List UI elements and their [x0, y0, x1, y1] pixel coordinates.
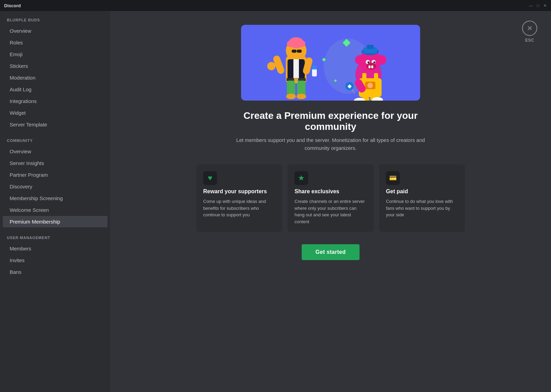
svg-rect-21 [312, 69, 317, 76]
sidebar-item-partner-program[interactable]: Partner Program [3, 169, 107, 180]
svg-text:◆: ◆ [342, 37, 351, 48]
svg-rect-41 [362, 73, 366, 80]
sidebar-item-bans[interactable]: Bans [3, 266, 107, 278]
sidebar-item-server-insights[interactable]: Server Insights [3, 157, 107, 169]
sidebar-item-members[interactable]: Members [3, 243, 107, 254]
get-paid-desc: Continue to do what you love with fans w… [386, 198, 458, 218]
hero-subtitle: Let members support you and the server. … [231, 136, 430, 152]
user-management-section-label: USER MANAGEMENT [0, 236, 110, 243]
close-button-container[interactable]: ✕ ESC [522, 21, 537, 43]
sidebar-item-emoji[interactable]: Emoji [3, 49, 107, 60]
svg-rect-11 [293, 59, 299, 80]
svg-rect-22 [312, 65, 316, 70]
svg-point-17 [297, 94, 306, 99]
titlebar: Discord — □ ✕ [0, 0, 551, 11]
svg-point-38 [355, 55, 365, 65]
svg-point-19 [267, 62, 276, 70]
svg-rect-42 [374, 73, 378, 80]
sidebar: BLURPLE BUDS Overview Roles Emoji Sticke… [0, 11, 110, 392]
close-button[interactable]: ✕ [522, 21, 537, 36]
feature-card-reward: ♥ Reward your supporters Come up with un… [196, 164, 282, 232]
sidebar-section-user-management: USER MANAGEMENT Members Invites Bans [0, 236, 110, 278]
svg-point-39 [377, 55, 386, 65]
sidebar-item-discovery[interactable]: Discovery [3, 181, 107, 192]
svg-rect-36 [368, 65, 371, 68]
svg-point-44 [367, 83, 373, 88]
sidebar-item-server-template[interactable]: Server Template [3, 119, 107, 130]
get-started-button[interactable]: Get started [302, 244, 360, 260]
sidebar-item-audit-log[interactable]: Audit Log [3, 84, 107, 95]
get-paid-title: Get paid [386, 188, 458, 195]
sidebar-item-moderation[interactable]: Moderation [3, 72, 107, 83]
reward-icon: ♥ [203, 171, 217, 185]
sidebar-item-premium-membership[interactable]: Premium Membership [3, 216, 107, 227]
feature-card-get-paid: 💳 Get paid Continue to do what you love … [379, 164, 465, 232]
minimize-button[interactable]: — [529, 3, 533, 8]
exclusives-desc: Create channels or an entire server wher… [294, 198, 366, 225]
sidebar-item-roles[interactable]: Roles [3, 37, 107, 48]
hero-image: ◆ ◆ ◆ [241, 25, 420, 101]
svg-rect-8 [297, 50, 302, 53]
feature-card-exclusives: ★ Share exclusives Create channels or an… [288, 164, 373, 232]
sidebar-item-welcome-screen[interactable]: Welcome Screen [3, 204, 107, 216]
sidebar-section-server: BLURPLE BUDS Overview Roles Emoji Sticke… [0, 18, 110, 130]
sidebar-item-integrations[interactable]: Integrations [3, 95, 107, 107]
main-content: ✕ ESC [110, 11, 551, 392]
sidebar-item-overview-1[interactable]: Overview [3, 25, 107, 37]
sidebar-item-membership-screening[interactable]: Membership Screening [3, 193, 107, 204]
svg-text:◆: ◆ [322, 56, 326, 62]
sidebar-item-invites[interactable]: Invites [3, 255, 107, 266]
svg-point-34 [373, 61, 375, 63]
svg-rect-13 [294, 78, 298, 81]
svg-rect-30 [367, 45, 374, 49]
hero-illustration: ◆ ◆ ◆ [241, 25, 420, 101]
esc-label: ESC [525, 38, 534, 43]
svg-point-6 [297, 40, 305, 47]
hero-title: Create a Premium experience for your com… [227, 110, 434, 132]
maximize-button[interactable]: □ [536, 3, 540, 8]
reward-title: Reward your supporters [203, 188, 275, 195]
sidebar-item-widget[interactable]: Widget [3, 107, 107, 118]
svg-text:◆: ◆ [347, 83, 352, 89]
get-paid-icon: 💳 [386, 171, 400, 185]
reward-desc: Come up with unique ideas and benefits f… [203, 198, 275, 218]
svg-text:◆: ◆ [334, 79, 337, 82]
server-name-label: BLURPLE BUDS [0, 18, 110, 25]
svg-point-5 [287, 40, 295, 47]
close-window-button[interactable]: ✕ [543, 3, 547, 8]
community-section-label: COMMUNITY [0, 138, 110, 145]
sidebar-item-community-overview[interactable]: Overview [3, 146, 107, 157]
sidebar-item-stickers[interactable]: Stickers [3, 60, 107, 72]
app-body: BLURPLE BUDS Overview Roles Emoji Sticke… [0, 11, 551, 392]
window-controls[interactable]: — □ ✕ [529, 3, 547, 8]
close-icon: ✕ [527, 24, 533, 32]
svg-point-16 [286, 94, 296, 99]
exclusives-title: Share exclusives [294, 188, 366, 195]
svg-rect-37 [371, 65, 373, 68]
sidebar-section-community: COMMUNITY Overview Server Insights Partn… [0, 138, 110, 227]
app-title: Discord [4, 3, 21, 8]
svg-rect-7 [292, 50, 297, 53]
exclusives-icon: ★ [294, 171, 308, 185]
feature-cards: ♥ Reward your supporters Come up with un… [196, 164, 465, 232]
